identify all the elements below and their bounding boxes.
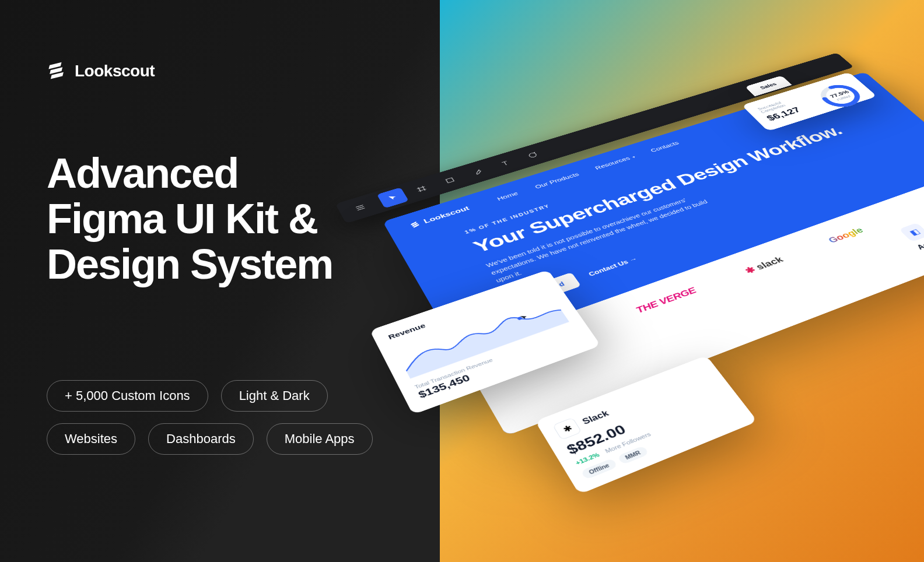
pill-icons: + 5,000 Custom Icons <box>47 380 208 412</box>
lookscout-logo-icon <box>47 61 66 81</box>
feature-pills: + 5,000 Custom Icons Light & Dark Websit… <box>47 380 397 455</box>
accessibility-icon: ◧ <box>899 223 924 242</box>
brand-lockup: Lookscout <box>47 61 420 81</box>
brand-name: Lookscout <box>75 62 155 80</box>
comment-tool-icon[interactable] <box>517 146 548 165</box>
pill-themes: Light & Dark <box>221 380 328 412</box>
nav-home[interactable]: Home <box>496 190 519 201</box>
slack-icon: ✱ <box>552 417 582 440</box>
nav-products[interactable]: Our Products <box>533 171 580 190</box>
logo-slack: slack <box>743 255 786 276</box>
nav-resources[interactable]: Resources <box>593 153 636 170</box>
nav-contacts[interactable]: Contacts <box>649 140 680 153</box>
logo-verge: THE VERGE <box>634 286 698 315</box>
pill-mobile: Mobile Apps <box>267 423 373 455</box>
pen-tool-icon[interactable] <box>462 162 494 182</box>
svg-rect-0 <box>446 178 454 183</box>
site-brand-text: Lookscout <box>422 205 471 225</box>
contact-us-button[interactable]: Contact Us <box>579 250 647 283</box>
logo-google: Google <box>826 226 866 245</box>
feature-accessibility: ◧ Accessibility Bring to the table win-w… <box>899 196 924 262</box>
pill-websites: Websites <box>47 423 135 455</box>
text-tool-icon[interactable] <box>489 154 521 174</box>
pill-dashboards: Dashboards <box>148 423 254 455</box>
page-headline: Advanced Figma UI Kit & Design System <box>47 151 420 287</box>
slack-name: Slack <box>581 409 611 426</box>
rectangle-tool-icon[interactable] <box>434 170 466 191</box>
